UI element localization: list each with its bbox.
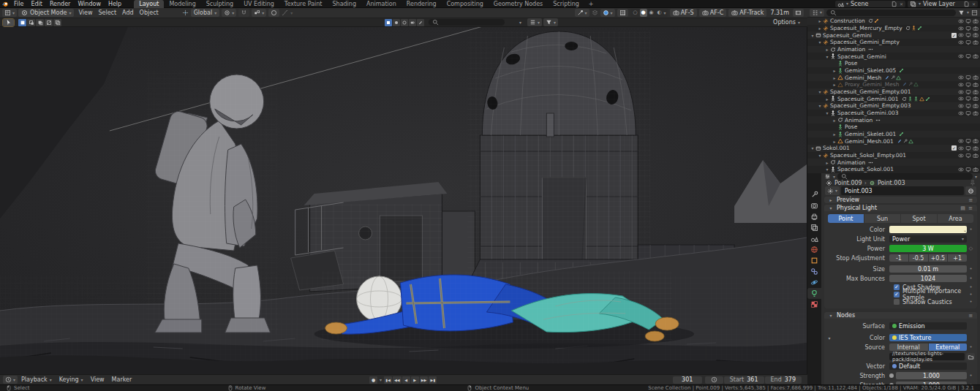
focus-distance-value[interactable]: 7.31m <box>769 10 791 16</box>
outliner-row-spacesuit-gemini-empty-003[interactable]: ▾Spacesuit_Gemini_Empty.003 <box>807 102 980 110</box>
ies-path-field[interactable]: //textures/ies-lights-pack/display.ies <box>889 353 965 360</box>
disable-render-icon[interactable] <box>973 145 979 151</box>
disable-render-icon[interactable] <box>973 167 979 172</box>
new-scene-icon[interactable] <box>891 1 897 7</box>
properties-tab-tool[interactable] <box>807 189 821 200</box>
nodes-panel-header[interactable]: ▾Nodes≡ <box>824 312 977 319</box>
disable-render-icon[interactable] <box>973 138 979 144</box>
hide-viewport-eye-icon[interactable] <box>958 89 964 95</box>
disable-render-icon[interactable] <box>973 82 979 88</box>
animate-dot[interactable]: • <box>967 266 975 272</box>
outliner-row-spacesuit-sokol-001[interactable]: ▾Spacesuit_Sokol.001 <box>807 166 980 173</box>
disclosure-closed-icon[interactable]: ▸ <box>824 160 830 165</box>
animate-dot[interactable]: • <box>967 373 975 379</box>
view-layer-selector[interactable]: ▾ View Layer ✕ <box>908 1 978 7</box>
outliner-row-sokol-001[interactable]: ▾Sokol.001✓ <box>807 145 980 152</box>
falloff-curve-icon[interactable] <box>282 10 288 16</box>
add-workspace-button[interactable]: + <box>584 1 598 7</box>
disable-viewport-icon[interactable] <box>965 18 971 24</box>
menu-help[interactable]: Help <box>105 0 125 8</box>
options-button[interactable]: Options▾ <box>773 19 804 26</box>
properties-options-caret[interactable]: ▾ <box>975 175 977 179</box>
animate-dot[interactable]: • <box>967 284 975 290</box>
timeline-editor-type-button[interactable]: ▾ <box>3 376 18 384</box>
pin-icon[interactable] <box>969 180 976 186</box>
hide-viewport-eye-icon[interactable] <box>958 18 964 24</box>
toggle-mesh-filter[interactable] <box>385 19 392 26</box>
disclosure-closed-icon[interactable]: ▸ <box>832 75 837 80</box>
checkbox-shadow-caustics[interactable] <box>894 299 900 305</box>
proportional-editing-toggle[interactable] <box>268 9 279 17</box>
workspace-tab-uv-editing[interactable]: UV Editing <box>238 0 279 8</box>
hide-viewport-eye-icon[interactable] <box>958 39 964 45</box>
scene-selector[interactable]: ▾ Scene ✕ <box>835 1 905 7</box>
light-type-point[interactable]: Point <box>828 214 864 223</box>
disable-viewport-icon[interactable] <box>965 89 971 95</box>
preview-panel-header[interactable]: ▸Preview≡ <box>824 197 977 203</box>
viewport-menu-add[interactable]: Add <box>119 8 137 18</box>
disable-viewport-icon[interactable] <box>965 110 971 116</box>
active-tool-select-box[interactable] <box>3 19 14 26</box>
hide-viewport-eye-icon[interactable] <box>958 32 964 38</box>
outliner-row-gemini-mesh[interactable]: ▸Gemini_Mesh <box>807 74 980 81</box>
shading-solid-button[interactable]: ● <box>640 9 647 17</box>
workspace-tab-geometry-nodes[interactable]: Geometry Nodes <box>489 0 548 8</box>
datablock-type-dropdown[interactable]: ▾ <box>825 186 840 195</box>
select-mode-extend[interactable] <box>27 19 35 26</box>
disable-viewport-icon[interactable] <box>965 53 971 59</box>
light-type-area[interactable]: Area <box>938 214 973 223</box>
ies-texture-field[interactable]: IES Texture <box>889 334 967 341</box>
select-mode-subtract[interactable] <box>36 19 44 26</box>
hide-viewport-eye-icon[interactable] <box>958 138 964 144</box>
start-frame-field[interactable]: Start361 <box>724 376 764 384</box>
workspace-tab-modeling[interactable]: Modeling <box>164 0 200 8</box>
disable-viewport-icon[interactable] <box>965 103 971 109</box>
disclosure-closed-icon[interactable]: ▸ <box>824 47 830 52</box>
outliner-row-spacesuit-gemini[interactable]: ▾Spacesuit_Gemini <box>807 53 980 60</box>
vector-field[interactable]: Default <box>889 362 967 370</box>
select-mode-intersect[interactable] <box>53 19 61 26</box>
physical-light-panel-header[interactable]: ▾Physical Light▤ ≡ <box>824 205 977 211</box>
disclosure-closed-icon[interactable]: ▸ <box>832 68 837 73</box>
mode-dropdown[interactable]: Object Mode ▾ <box>18 9 74 17</box>
hide-viewport-eye-icon[interactable] <box>958 167 964 172</box>
disclosure-open-icon[interactable]: ▾ <box>817 39 823 45</box>
outliner-row-spacesuit-sokol-empty-001[interactable]: ▾Spacesuit_Sokol_Empty.001 <box>807 152 980 159</box>
stop-button--1[interactable]: -1 <box>889 254 908 262</box>
menu-window[interactable]: Window <box>74 0 105 8</box>
disable-render-icon[interactable] <box>973 18 979 24</box>
end-frame-field[interactable]: End379 <box>765 376 802 384</box>
disable-viewport-icon[interactable] <box>965 26 971 31</box>
outliner-row-spacesuit-gemini-empty[interactable]: ▾Spacesuit_Gemini_Empty <box>807 39 980 46</box>
timeline-menu-playback[interactable]: Playback▾ <box>18 376 56 383</box>
viewport-menu-select[interactable]: Select <box>95 8 119 18</box>
disable-viewport-icon[interactable] <box>965 82 971 88</box>
hide-viewport-eye-icon[interactable] <box>958 145 964 151</box>
disable-viewport-icon[interactable] <box>965 153 971 159</box>
disclosure-open-icon[interactable]: ▾ <box>824 167 830 172</box>
timeline-menu-keying[interactable]: Keying▾ <box>56 376 87 383</box>
outliner-row-spacesuit-gemini-001[interactable]: ▸Spacesuit_Gemini.001 <box>807 95 980 102</box>
disable-viewport-icon[interactable] <box>965 75 971 80</box>
filter-funnel-dropdown[interactable]: ▾ <box>543 18 558 26</box>
button-af-c[interactable]: AF-C <box>699 9 727 17</box>
button-af-track[interactable]: AF-Track <box>728 9 766 17</box>
checkbox-multiple-importance-sample[interactable]: ✓ <box>894 292 900 297</box>
disable-render-icon[interactable] <box>973 39 979 45</box>
disable-viewport-icon[interactable] <box>965 96 971 102</box>
tool-search-input[interactable] <box>429 19 505 26</box>
auto-keying-button[interactable]: ● <box>369 376 377 384</box>
disable-render-icon[interactable] <box>973 26 979 31</box>
menu-file[interactable]: File <box>10 0 27 8</box>
disable-render-icon[interactable] <box>973 153 979 159</box>
properties-tab-view-layer[interactable] <box>807 222 821 233</box>
timeline-menu-view[interactable]: View <box>87 376 108 383</box>
workspace-tab-rendering[interactable]: Rendering <box>402 0 442 8</box>
viewport-menu-object[interactable]: Object <box>137 8 162 18</box>
select-mode-new[interactable] <box>18 19 26 26</box>
remove-view-layer-icon[interactable]: ✕ <box>972 1 976 7</box>
hide-viewport-eye-icon[interactable] <box>958 82 964 88</box>
animate-dot[interactable]: • <box>967 299 975 305</box>
filter-caret-icon[interactable]: ▾ <box>967 10 969 15</box>
snap-toggle[interactable] <box>238 9 249 17</box>
